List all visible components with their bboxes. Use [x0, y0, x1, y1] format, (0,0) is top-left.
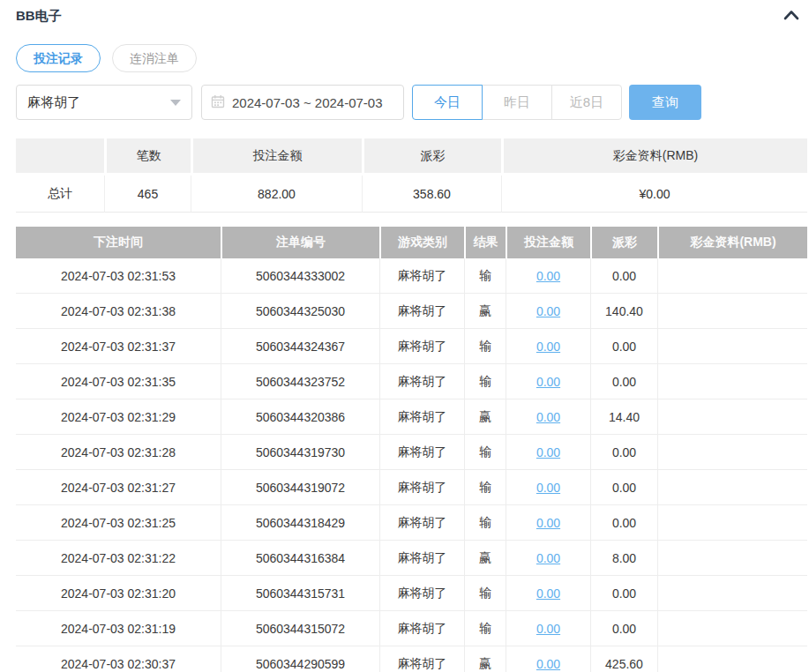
bet-amount-cell: 0.00: [506, 364, 590, 399]
game-type-cell: 麻将胡了: [379, 646, 464, 672]
bet-amount-link[interactable]: 0.00: [536, 340, 560, 354]
collapse-button[interactable]: [782, 7, 801, 25]
records-header-cell: 派彩: [590, 227, 657, 258]
bet-amount-link[interactable]: 0.00: [536, 551, 560, 565]
chevron-down-icon: [170, 100, 181, 106]
result-cell: 输: [464, 435, 506, 470]
bet-amount-cell: 0.00: [506, 470, 590, 505]
summary-header-row: 笔数投注金额派彩彩金资料(RMB): [16, 138, 807, 175]
order-id-cell: 5060344319072: [221, 470, 379, 505]
table-row: 2024-07-03 02:31:255060344318429麻将胡了输0.0…: [16, 505, 807, 541]
payout-cell: 0.00: [590, 505, 657, 541]
bonus-cell: [657, 470, 807, 505]
summary-count: 465: [104, 175, 191, 213]
bet-time-cell: 2024-07-03 02:31:22: [16, 541, 221, 576]
bet-time-cell: 2024-07-03 02:31:35: [16, 364, 221, 399]
bet-time-cell: 2024-07-03 02:31:20: [16, 576, 221, 611]
bet-amount-link[interactable]: 0.00: [536, 657, 560, 671]
order-id-cell: 5060344316384: [221, 541, 379, 576]
game-select[interactable]: 麻将胡了: [16, 85, 192, 120]
game-select-value: 麻将胡了: [27, 94, 80, 111]
bonus-cell: [657, 505, 807, 541]
bet-time-cell: 2024-07-03 02:30:37: [16, 646, 221, 672]
game-type-cell: 麻将胡了: [379, 505, 464, 541]
today-button[interactable]: 今日: [412, 85, 483, 120]
result-cell: 输: [464, 258, 506, 294]
bet-amount-cell: 0.00: [506, 541, 590, 576]
bet-amount-link[interactable]: 0.00: [536, 516, 560, 530]
result-cell: 赢: [464, 646, 506, 672]
table-row: 2024-07-03 02:31:195060344315072麻将胡了输0.0…: [16, 611, 807, 646]
last-8-days-button[interactable]: 近8日: [551, 85, 622, 120]
bet-amount-link[interactable]: 0.00: [536, 304, 560, 318]
bonus-cell: [657, 364, 807, 399]
table-row: 2024-07-03 02:31:385060344325030麻将胡了赢0.0…: [16, 294, 807, 329]
payout-cell: 0.00: [590, 364, 657, 399]
summary-bet-amount: 882.00: [191, 175, 362, 213]
bonus-cell: [657, 258, 807, 294]
bb-electronic-panel: BB电子 投注记录连消注单 麻将胡了: [16, 7, 807, 672]
bonus-cell: [657, 329, 807, 364]
records-header-cell: 游戏类别: [379, 227, 464, 258]
records-header-cell: 彩金资料(RMB): [657, 227, 807, 258]
game-type-cell: 麻将胡了: [379, 258, 464, 294]
record-type-tabs: 投注记录连消注单: [16, 44, 807, 72]
table-row: 2024-07-03 02:31:205060344315731麻将胡了输0.0…: [16, 576, 807, 611]
records-header-row: 下注时间注单编号游戏类别结果投注金额派彩彩金资料(RMB): [16, 227, 807, 258]
result-cell: 输: [464, 505, 506, 541]
order-id-cell: 5060344324367: [221, 329, 379, 364]
bet-amount-cell: 0.00: [506, 505, 590, 541]
bet-amount-cell: 0.00: [506, 294, 590, 329]
bet-time-cell: 2024-07-03 02:31:29: [16, 399, 221, 435]
order-id-cell: 5060344320386: [221, 399, 379, 435]
bet-amount-cell: 0.00: [506, 399, 590, 435]
bet-amount-cell: 0.00: [506, 258, 590, 294]
payout-cell: 425.60: [590, 646, 657, 672]
search-button[interactable]: 查询: [629, 85, 701, 120]
payout-cell: 0.00: [590, 576, 657, 611]
bet-amount-link[interactable]: 0.00: [536, 375, 560, 389]
table-row: 2024-07-03 02:31:355060344323752麻将胡了输0.0…: [16, 364, 807, 399]
table-row: 2024-07-03 02:31:295060344320386麻将胡了赢0.0…: [16, 399, 807, 435]
summary-header-cell: 笔数: [104, 138, 191, 175]
bet-amount-link[interactable]: 0.00: [536, 481, 560, 495]
bet-amount-cell: 0.00: [506, 646, 590, 672]
tab-bet-records[interactable]: 投注记录: [16, 44, 101, 72]
date-quick-button-group: 今日昨日近8日: [412, 85, 622, 120]
order-id-cell: 5060344319730: [221, 435, 379, 470]
order-id-cell: 5060344315731: [221, 576, 379, 611]
game-type-cell: 麻将胡了: [379, 364, 464, 399]
game-type-cell: 麻将胡了: [379, 435, 464, 470]
payout-cell: 140.40: [590, 294, 657, 329]
tab-cancelled-orders[interactable]: 连消注单: [112, 44, 197, 72]
result-cell: 输: [464, 364, 506, 399]
records-header-cell: 注单编号: [221, 227, 379, 258]
summary-header-cell: 彩金资料(RMB): [501, 138, 807, 175]
summary-header-cell: [16, 138, 104, 175]
payout-cell: 14.40: [590, 399, 657, 435]
order-id-cell: 5060344290599: [221, 646, 379, 672]
summary-total-label: 总计: [16, 175, 104, 213]
order-id-cell: 5060344315072: [221, 611, 379, 646]
bet-amount-link[interactable]: 0.00: [536, 445, 560, 459]
summary-payout: 358.60: [362, 175, 501, 213]
records-header-cell: 投注金额: [506, 227, 590, 258]
bet-amount-cell: 0.00: [506, 576, 590, 611]
bet-amount-link[interactable]: 0.00: [536, 410, 560, 424]
summary-total-row: 总计 465 882.00 358.60 ¥0.00: [16, 175, 807, 213]
summary-header-cell: 派彩: [362, 138, 501, 175]
bet-amount-link[interactable]: 0.00: [536, 586, 560, 601]
summary-bonus: ¥0.00: [501, 175, 807, 213]
bonus-cell: [657, 541, 807, 576]
table-row: 2024-07-03 02:30:375060344290599麻将胡了赢0.0…: [16, 646, 807, 672]
yesterday-button[interactable]: 昨日: [482, 85, 552, 120]
bet-amount-link[interactable]: 0.00: [536, 622, 560, 636]
date-range-input[interactable]: 2024-07-03 ~ 2024-07-03: [201, 85, 404, 120]
result-cell: 输: [464, 611, 506, 646]
bet-amount-link[interactable]: 0.00: [536, 269, 560, 283]
result-cell: 输: [464, 329, 506, 364]
bonus-cell: [657, 294, 807, 329]
bet-time-cell: 2024-07-03 02:31:28: [16, 435, 221, 470]
game-type-cell: 麻将胡了: [379, 611, 464, 646]
bonus-cell: [657, 646, 807, 672]
